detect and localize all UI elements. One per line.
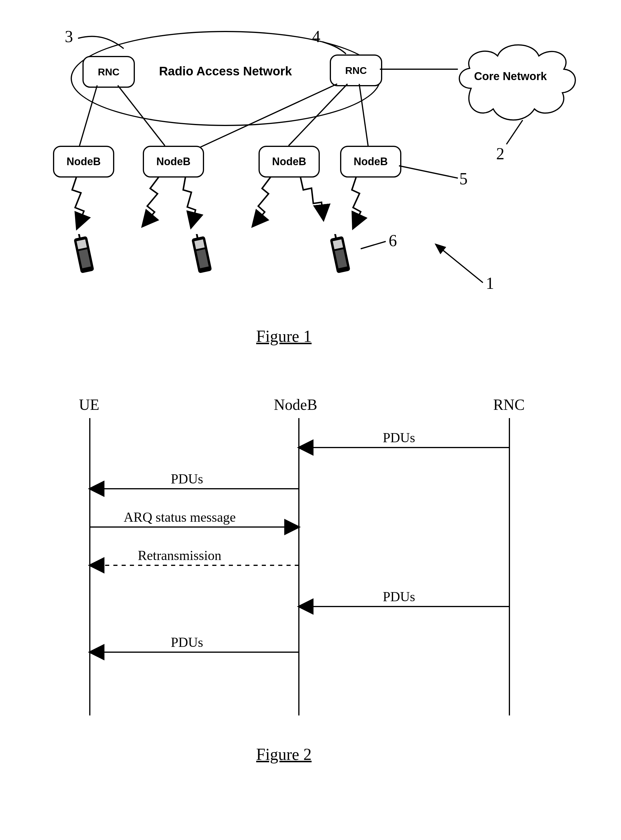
nodeb-4: NodeB xyxy=(340,146,401,177)
rnc-left: RNC xyxy=(82,56,135,88)
phone-2 xyxy=(191,234,212,275)
rnc-left-label: RNC xyxy=(98,66,120,78)
ref-6: 6 xyxy=(389,231,397,250)
fig2-caption: Figure 2 xyxy=(256,745,312,764)
nodeb-3: NodeB xyxy=(259,146,320,177)
nodeb-4-label: NodeB xyxy=(354,156,388,168)
phone-3 xyxy=(330,234,350,275)
nodeb-3-label: NodeB xyxy=(272,156,306,168)
svg-line-7 xyxy=(436,244,483,283)
ref-5: 5 xyxy=(459,169,468,188)
fig2-msg-pdus-rnc1: PDUs xyxy=(383,430,415,445)
fig2-nodeb-label: NodeB xyxy=(274,396,317,413)
ref-1: 1 xyxy=(486,274,494,293)
svg-marker-8 xyxy=(436,244,445,253)
phone-1 xyxy=(74,234,94,275)
nodeb-1-label: NodeB xyxy=(67,156,101,168)
fig2-msg-pdus-nb1: PDUs xyxy=(171,471,203,487)
ref-2: 2 xyxy=(496,144,504,163)
fig2-msg-pdus-rnc2: PDUs xyxy=(383,589,415,604)
ref-4: 4 xyxy=(312,27,320,46)
core-network-label: Core Network xyxy=(474,70,547,83)
rnc-right-label: RNC xyxy=(345,65,367,76)
nodeb-2: NodeB xyxy=(143,146,204,177)
fig2-rnc-label: RNC xyxy=(493,396,525,413)
ran-label: Radio Access Network xyxy=(159,64,292,78)
svg-line-6 xyxy=(361,241,386,249)
fig2-msg-arq: ARQ status message xyxy=(124,509,236,525)
fig2-ue-label: UE xyxy=(79,396,99,413)
nodeb-2-label: NodeB xyxy=(156,156,191,168)
fig2-msg-retx: Retransmission xyxy=(138,548,221,563)
rnc-right: RNC xyxy=(330,54,382,86)
fig2-msg-pdus-nb2: PDUs xyxy=(171,634,203,650)
ref-3: 3 xyxy=(65,27,73,46)
fig1-caption: Figure 1 xyxy=(256,327,312,346)
nodeb-1: NodeB xyxy=(53,146,114,177)
